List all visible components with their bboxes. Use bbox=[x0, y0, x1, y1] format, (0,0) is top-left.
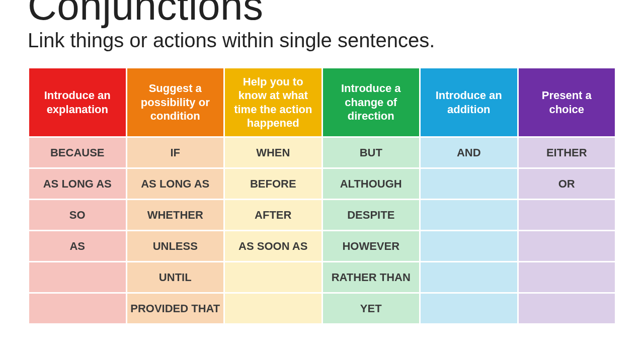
table-row: provided that yet bbox=[29, 293, 616, 324]
cell bbox=[518, 293, 616, 324]
table-row: because if when but and either bbox=[29, 137, 616, 168]
conjunctions-table: Introduce an explanation Suggest a possi… bbox=[28, 67, 616, 325]
cell: provided that bbox=[126, 293, 224, 324]
cell bbox=[420, 200, 518, 231]
cell: as long as bbox=[126, 168, 224, 200]
slide: Conjunctions Link things or actions with… bbox=[0, 0, 644, 325]
cell: however bbox=[322, 231, 420, 262]
cell: or bbox=[518, 168, 616, 200]
cell: unless bbox=[126, 231, 224, 262]
cell: either bbox=[518, 137, 616, 168]
column-header: Help you to know at what time the action… bbox=[224, 68, 323, 137]
cell bbox=[420, 168, 518, 200]
page-title: Conjunctions bbox=[28, 0, 616, 26]
cell bbox=[420, 231, 518, 262]
cell: whether bbox=[126, 200, 224, 231]
cell: before bbox=[224, 168, 323, 200]
column-header: Introduce a change of direction bbox=[322, 68, 420, 137]
table-row: so whether after despite bbox=[29, 200, 616, 231]
cell bbox=[518, 200, 616, 231]
cell bbox=[224, 262, 323, 293]
cell: but bbox=[322, 137, 420, 168]
column-header: Introduce an explanation bbox=[29, 68, 127, 137]
cell: as soon as bbox=[224, 231, 323, 262]
cell bbox=[29, 262, 127, 293]
table-body: because if when but and either as long a… bbox=[29, 137, 616, 324]
cell bbox=[29, 293, 127, 324]
column-header: Suggest a possibility or condition bbox=[126, 68, 224, 137]
cell: as long as bbox=[29, 168, 127, 200]
cell bbox=[224, 293, 323, 324]
cell: rather than bbox=[322, 262, 420, 293]
cell: yet bbox=[322, 293, 420, 324]
cell: because bbox=[29, 137, 127, 168]
column-header: Present a choice bbox=[518, 68, 616, 137]
cell: so bbox=[29, 200, 127, 231]
page-subtitle: Link things or actions within single sen… bbox=[28, 29, 616, 52]
cell bbox=[420, 262, 518, 293]
cell bbox=[518, 262, 616, 293]
cell: when bbox=[224, 137, 323, 168]
table-header-row: Introduce an explanation Suggest a possi… bbox=[29, 68, 616, 137]
cell: and bbox=[420, 137, 518, 168]
cell: until bbox=[126, 262, 224, 293]
cell: as bbox=[29, 231, 127, 262]
table-row: until rather than bbox=[29, 262, 616, 293]
cell: although bbox=[322, 168, 420, 200]
table-row: as long as as long as before although or bbox=[29, 168, 616, 200]
table-row: as unless as soon as however bbox=[29, 231, 616, 262]
column-header: Introduce an addition bbox=[420, 68, 518, 137]
cell: despite bbox=[322, 200, 420, 231]
cell bbox=[420, 293, 518, 324]
cell: after bbox=[224, 200, 323, 231]
cell bbox=[518, 231, 616, 262]
cell: if bbox=[126, 137, 224, 168]
